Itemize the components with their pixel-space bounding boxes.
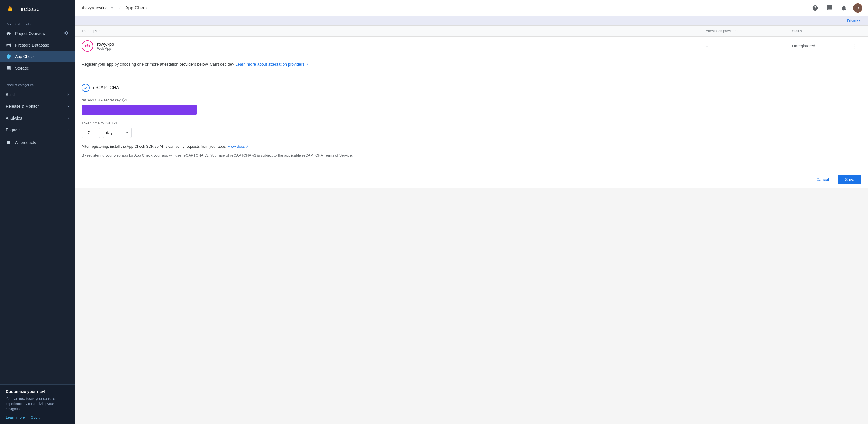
chat-button[interactable]	[824, 3, 835, 13]
sidebar-item-firestore[interactable]: Firestore Database	[0, 39, 75, 51]
register-section: Register your app by choosing one or mor…	[75, 56, 868, 79]
token-ttl-number-input[interactable]	[82, 128, 100, 138]
apps-table-header: Your apps ↑ Attestation providers Status	[75, 26, 868, 37]
secret-key-input[interactable]	[82, 104, 196, 115]
chevron-down-icon: ›	[67, 91, 69, 97]
status-column-header: Status	[792, 29, 849, 33]
app-status: Unregistered	[792, 44, 849, 48]
app-check-panel: Your apps ↑ Attestation providers Status…	[75, 26, 868, 188]
project-shortcuts-label: Project shortcuts	[0, 18, 75, 28]
got-it-link[interactable]: Got it	[30, 415, 39, 419]
chevron-down-icon: ›	[67, 103, 69, 109]
sidebar-category-label: Engage	[6, 128, 20, 132]
page-content: Dismiss Your apps ↑ Attestation provider…	[75, 16, 868, 424]
app-icon: </>	[82, 40, 93, 52]
view-docs-link[interactable]: View docs	[228, 144, 245, 149]
attestation-value: –	[706, 43, 792, 48]
learn-more-link[interactable]: Learn more	[6, 415, 25, 419]
sidebar-category-label: Analytics	[6, 116, 22, 120]
sidebar-logo-text: Firebase	[17, 6, 40, 12]
app-type: Web App	[97, 46, 114, 51]
customize-nav-description: You can now focus your console experienc…	[6, 396, 69, 412]
dismiss-button[interactable]: Dismiss	[847, 19, 861, 23]
tos-note: By registering your web app for App Chec…	[82, 153, 861, 159]
external-link-icon-2: ↗	[246, 144, 249, 149]
project-name: Bhavya Testing	[81, 6, 108, 10]
database-icon	[6, 42, 11, 48]
secret-key-help-icon[interactable]: ?	[122, 98, 127, 102]
grid-icon	[6, 140, 11, 145]
app-name: rowyApp	[97, 42, 114, 46]
image-icon	[6, 65, 11, 71]
sort-icon[interactable]: ↑	[98, 29, 100, 33]
dismiss-bar: Dismiss	[75, 16, 868, 26]
topbar-page-title: App Check	[125, 5, 148, 11]
sidebar-item-label: Firestore Database	[15, 43, 49, 47]
sidebar-category-label: Build	[6, 92, 15, 97]
cancel-button[interactable]: Cancel	[810, 175, 835, 184]
sidebar-category-build[interactable]: Build ›	[0, 89, 75, 100]
topbar-actions: B	[810, 3, 862, 13]
settings-icon[interactable]	[64, 30, 69, 36]
sidebar-item-storage[interactable]: Storage	[0, 62, 75, 74]
app-details: rowyApp Web App	[97, 42, 114, 51]
help-button[interactable]	[810, 3, 820, 13]
chevron-down-icon: ›	[67, 127, 69, 133]
sidebar-item-label: Project Overview	[15, 31, 45, 36]
sdk-note: After registering, install the App Check…	[82, 143, 861, 150]
external-link-icon: ↗	[306, 63, 308, 67]
register-description: Register your app by choosing one or mor…	[82, 61, 861, 67]
chevron-down-icon: ›	[67, 115, 69, 121]
sidebar-category-label: Release & Monitor	[6, 104, 39, 108]
save-button[interactable]: Save	[838, 175, 861, 184]
learn-more-attestation-link[interactable]: Learn more about attestation providers	[236, 62, 304, 67]
home-icon	[6, 31, 11, 36]
chevron-down-icon	[110, 5, 115, 11]
recaptcha-section: reCAPTCHA reCAPTCHA secret key ? Token t…	[75, 79, 868, 171]
sidebar-category-analytics[interactable]: Analytics ›	[0, 112, 75, 124]
sidebar-item-project-overview[interactable]: Project Overview	[0, 28, 75, 39]
sidebar-logo[interactable]: Firebase	[0, 0, 75, 18]
user-avatar[interactable]: B	[853, 3, 862, 13]
project-selector[interactable]: Bhavya Testing	[81, 5, 115, 11]
token-ttl-label: Token time to live ?	[82, 121, 861, 125]
avatar-image: B	[853, 3, 862, 13]
app-row: </> rowyApp Web App – Unregistered ⋮	[75, 37, 868, 56]
notifications-button[interactable]	[839, 3, 849, 13]
topbar-divider: /	[119, 5, 121, 11]
your-apps-column-header: Your apps ↑	[82, 29, 706, 33]
more-options-button[interactable]: ⋮	[849, 41, 859, 51]
actions-column-header	[849, 29, 861, 33]
sidebar-category-engage[interactable]: Engage ›	[0, 124, 75, 136]
customize-nav-section: Customize your nav! You can now focus yo…	[0, 384, 75, 424]
recaptcha-header: reCAPTCHA	[82, 79, 861, 92]
main-content: Bhavya Testing / App Check B	[75, 0, 868, 424]
token-ttl-field: Token time to live ? days hours minutes	[82, 121, 861, 138]
sidebar-item-label: App Check	[15, 54, 34, 59]
customize-nav-title: Customize your nav!	[6, 389, 69, 394]
secret-key-field: reCAPTCHA secret key ?	[82, 98, 861, 115]
attestation-providers-column-header: Attestation providers	[706, 29, 792, 33]
token-ttl-row: days hours minutes	[82, 128, 861, 138]
shield-icon	[6, 54, 11, 60]
form-actions: Cancel Save	[75, 171, 868, 188]
secret-key-label: reCAPTCHA secret key ?	[82, 98, 861, 102]
firebase-logo-icon	[6, 5, 14, 13]
sidebar-item-app-check[interactable]: App Check	[0, 51, 75, 62]
product-categories-label: Product categories	[0, 79, 75, 89]
token-ttl-unit-select[interactable]: days hours minutes	[103, 128, 132, 138]
app-info: </> rowyApp Web App	[82, 40, 706, 52]
svg-text:B: B	[856, 6, 859, 10]
sidebar-item-all-products[interactable]: All products	[0, 137, 75, 148]
recaptcha-check-icon	[82, 84, 90, 92]
recaptcha-title: reCAPTCHA	[93, 85, 119, 91]
token-ttl-help-icon[interactable]: ?	[112, 121, 117, 125]
sidebar-category-release-monitor[interactable]: Release & Monitor ›	[0, 100, 75, 112]
sidebar-item-label: Storage	[15, 66, 29, 70]
sidebar: Firebase Project shortcuts Project Overv…	[0, 0, 75, 424]
sidebar-item-label: All products	[15, 140, 36, 145]
topbar: Bhavya Testing / App Check B	[75, 0, 868, 16]
